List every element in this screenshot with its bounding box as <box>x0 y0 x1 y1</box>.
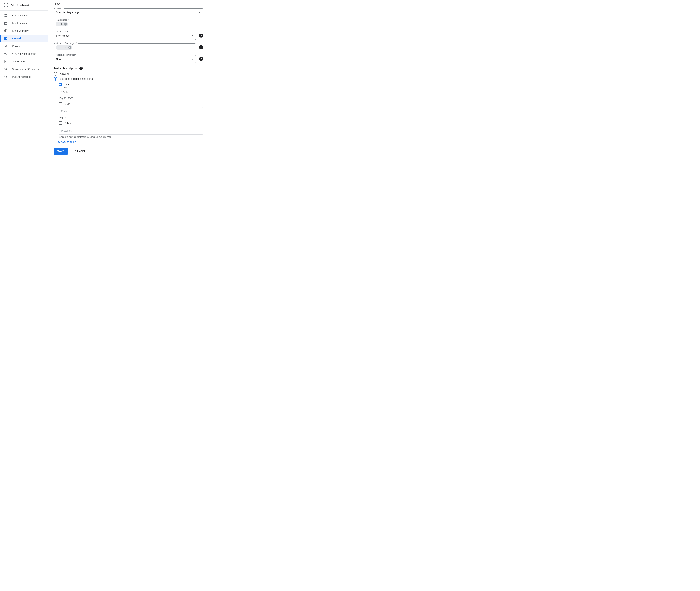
source-ranges-label: Source IPv4 ranges * <box>56 42 78 45</box>
checkbox-icon <box>59 83 62 86</box>
serverless-icon <box>4 67 8 71</box>
svg-rect-3 <box>7 6 8 7</box>
targets-select[interactable]: Specified target tags <box>54 8 203 16</box>
nav-list: VPC networks IP addresses Bring your own… <box>0 11 48 81</box>
networks-icon <box>4 14 8 17</box>
sidebar-item-packet-mirroring[interactable]: Packet mirroring <box>0 73 48 81</box>
svg-rect-0 <box>4 3 5 4</box>
radio-icon <box>54 72 57 75</box>
svg-rect-9 <box>5 22 7 25</box>
svg-rect-13 <box>4 38 5 39</box>
source-filter-label: Source filter <box>56 30 69 33</box>
globe-icon <box>4 29 8 32</box>
nav-label: VPC network peering <box>12 52 36 55</box>
chip-remove-icon[interactable] <box>64 23 67 25</box>
checkbox-icon <box>59 122 62 125</box>
radio-allow-all[interactable]: Allow all <box>54 72 203 75</box>
other-checkbox-row[interactable]: Other <box>59 122 203 125</box>
targets-value: Specified target tags <box>56 11 79 14</box>
sidebar-item-shared-vpc[interactable]: Shared VPC <box>0 58 48 65</box>
svg-rect-16 <box>4 39 6 40</box>
chevron-down-icon <box>191 59 193 60</box>
tcp-checkbox-row[interactable]: TCP <box>59 83 203 86</box>
radio-label: Specified protocols and ports <box>60 77 93 80</box>
second-source-filter-select[interactable]: None <box>54 55 196 63</box>
svg-rect-17 <box>6 39 7 40</box>
sidebar: VPC network VPC networks IP addresses Br… <box>0 0 48 591</box>
udp-block: UDP Ports E.g. all <box>59 102 203 119</box>
svg-rect-14 <box>5 38 6 39</box>
chevron-down-icon <box>191 36 193 36</box>
checkbox-icon <box>59 102 62 106</box>
nav-label: VPC networks <box>12 14 28 17</box>
help-icon[interactable]: ? <box>199 45 203 49</box>
form-actions: SAVE CANCEL <box>54 148 203 155</box>
save-button[interactable]: SAVE <box>54 148 68 155</box>
source-range-chip: 0.0.0.0/0 <box>56 45 72 50</box>
svg-point-20 <box>5 54 5 54</box>
action-on-match-value: Allow <box>54 2 203 5</box>
nav-label: IP addresses <box>12 22 27 25</box>
radio-label: Allow all <box>60 72 69 75</box>
sidebar-item-peering[interactable]: VPC network peering <box>0 50 48 58</box>
sidebar-item-serverless-vpc[interactable]: Serverless VPC access <box>0 65 48 73</box>
vpc-logo-icon <box>4 3 11 7</box>
second-source-filter-label: Second source filter <box>56 54 77 56</box>
disable-rule-label: DISABLE RULE <box>58 141 76 144</box>
svg-point-22 <box>7 54 7 55</box>
udp-label: UDP <box>65 102 70 105</box>
source-filter-field: Source filter IPv4 ranges ? <box>54 32 203 40</box>
sidebar-item-ip-addresses[interactable]: IP addresses <box>0 19 48 27</box>
sidebar-item-routes[interactable]: Routes <box>0 42 48 50</box>
mirroring-icon <box>4 75 8 79</box>
tcp-ports-label: Ports <box>61 86 67 89</box>
other-protocols-placeholder: Protocols <box>61 129 72 132</box>
svg-point-21 <box>7 53 7 53</box>
radio-icon <box>54 77 57 81</box>
help-icon[interactable]: ? <box>199 34 203 38</box>
radio-specified[interactable]: Specified protocols and ports <box>54 77 203 81</box>
svg-marker-18 <box>7 45 7 46</box>
tcp-block: TCP Ports 12345 E.g. 20, 50-60 <box>59 83 203 100</box>
sidebar-item-vpc-networks[interactable]: VPC networks <box>0 12 48 19</box>
product-header: VPC network <box>0 0 48 11</box>
other-label: Other <box>65 122 71 125</box>
tcp-ports-value: 12345 <box>61 90 68 93</box>
disable-rule-toggle[interactable]: DISABLE RULE <box>54 141 203 144</box>
cancel-button[interactable]: CANCEL <box>73 149 87 153</box>
other-protocols-input[interactable]: Protocols <box>59 127 203 135</box>
source-filter-value: IPv4 ranges <box>56 34 70 37</box>
nav-label: Bring your own IP <box>12 29 32 32</box>
svg-marker-19 <box>7 47 7 47</box>
udp-ports-hint: E.g. all <box>60 116 203 119</box>
svg-rect-12 <box>6 37 7 38</box>
targets-field: Targets Specified target tags <box>54 8 203 16</box>
udp-ports-input[interactable]: Ports <box>59 107 203 115</box>
other-block: Other Protocols Separate multiple protoc… <box>59 122 203 138</box>
protocols-ports-label: Protocols and ports <box>54 67 78 70</box>
udp-checkbox-row[interactable]: UDP <box>59 102 203 106</box>
help-icon[interactable]: ? <box>199 57 203 61</box>
udp-ports-placeholder: Ports <box>61 110 67 113</box>
source-ranges-field: Source IPv4 ranges * 0.0.0.0/0 ? <box>54 44 203 52</box>
source-ranges-input[interactable]: 0.0.0.0/0 <box>54 44 196 52</box>
peering-icon <box>4 52 8 56</box>
svg-rect-7 <box>6 14 7 15</box>
chevron-down-icon <box>54 141 57 144</box>
help-icon[interactable]: ? <box>79 67 83 70</box>
chip-label: 0.0.0.0/0 <box>58 46 67 49</box>
sidebar-item-firewall[interactable]: Firewall <box>0 35 48 42</box>
target-tag-chip: redis <box>56 22 68 26</box>
svg-rect-6 <box>5 14 6 15</box>
tcp-ports-input[interactable]: 12345 <box>59 88 203 96</box>
shared-vpc-icon <box>4 60 8 63</box>
product-title: VPC network <box>11 3 29 7</box>
svg-rect-15 <box>7 38 7 39</box>
protocols-ports-heading: Protocols and ports ? <box>54 67 203 70</box>
target-tags-field: Target tags * redis <box>54 20 203 28</box>
nav-label: Packet mirroring <box>12 75 30 78</box>
sidebar-item-byoip[interactable]: Bring your own IP <box>0 27 48 35</box>
chip-remove-icon[interactable] <box>68 46 71 49</box>
source-filter-select[interactable]: IPv4 ranges <box>54 32 196 40</box>
target-tags-input[interactable]: redis <box>54 20 203 28</box>
